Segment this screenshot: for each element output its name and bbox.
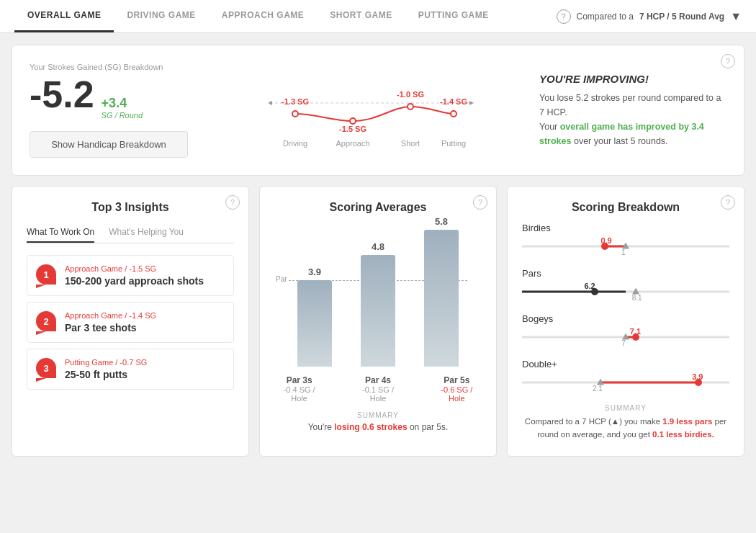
bar-par3s-value: 3.9 bbox=[308, 266, 321, 277]
insight-content-2: Approach Game / -1.4 SG Par 3 tee shots bbox=[65, 311, 156, 333]
main-content: ? Your Strokes Gained (SG) Breakdown -5.… bbox=[0, 33, 756, 468]
svg-text:Short: Short bbox=[401, 139, 420, 148]
improving-text-2-prefix: Your bbox=[539, 122, 560, 132]
breakdown-row-double: Double+ 3.9 2.1 bbox=[522, 359, 729, 393]
bar-par3s: 3.9 bbox=[297, 266, 332, 367]
svg-text:-1.3 SG: -1.3 SG bbox=[282, 97, 309, 106]
insights-help-icon[interactable]: ? bbox=[225, 195, 240, 210]
top-card-right: YOU'RE IMPROVING! You lose 5.2 strokes p… bbox=[525, 73, 726, 148]
insight-category-1: Approach Game / -1.5 SG bbox=[65, 264, 204, 273]
bar-par5s: 5.8 bbox=[424, 216, 459, 367]
double-player-val: 3.9 bbox=[692, 372, 703, 381]
top-card-left: Your Strokes Gained (SG) Breakdown -5.2 … bbox=[30, 63, 217, 158]
sg-label: Your Strokes Gained (SG) Breakdown bbox=[30, 63, 217, 71]
bar-par5s-label: Par 5s bbox=[432, 375, 482, 385]
insights-title: Top 3 Insights bbox=[27, 201, 234, 214]
tab-short-game[interactable]: SHORT GAME bbox=[317, 0, 405, 32]
bar-par4s-label: Par 4s bbox=[353, 375, 402, 385]
sg-change-label: SG / Round bbox=[102, 111, 143, 120]
insight-item-1: 1 Approach Game / -1.5 SG 150-200 yard a… bbox=[27, 255, 234, 296]
tab-driving-game[interactable]: DRIVING GAME bbox=[114, 0, 208, 32]
insight-item-3: 3 Putting Game / -0.7 SG 25-50 ft putts bbox=[27, 349, 234, 390]
nav-help-icon[interactable]: ? bbox=[557, 9, 571, 24]
bogeys-hcp-val: 7 bbox=[621, 339, 626, 347]
bar-par4s-rect bbox=[361, 255, 395, 367]
scoring-summary-label: SUMMARY bbox=[274, 411, 482, 419]
insight-item-2: 2 Approach Game / -1.4 SG Par 3 tee shot… bbox=[27, 302, 234, 343]
double-hcp-val: 2.1 bbox=[593, 385, 603, 393]
insight-category-3: Putting Game / -0.7 SG bbox=[65, 358, 147, 367]
birdies-hcp-val: 1 bbox=[621, 248, 626, 256]
insight-content-3: Putting Game / -0.7 SG 25-50 ft putts bbox=[65, 358, 147, 380]
bar-par3s-sg: -0.4 SG / Hole bbox=[274, 385, 324, 403]
bottom-row: ? Top 3 Insights What To Work On What's … bbox=[12, 186, 744, 457]
hcp-label: 7 HCP / 5 Round Avg bbox=[639, 12, 724, 22]
insight-content-1: Approach Game / -1.5 SG 150-200 yard app… bbox=[65, 264, 204, 287]
bar-par5s-sg: -0.6 SG / Hole bbox=[432, 385, 482, 403]
tab-approach-game[interactable]: APPROACH GAME bbox=[209, 0, 318, 32]
rank-badge-1: 1 bbox=[36, 264, 56, 285]
bar-par3s-label: Par 3s bbox=[274, 375, 324, 385]
svg-text:Putting: Putting bbox=[441, 139, 466, 148]
breakdown-label-double: Double+ bbox=[522, 359, 729, 369]
breakdown-help-icon[interactable]: ? bbox=[721, 195, 735, 210]
bar-par5s-rect bbox=[424, 230, 459, 367]
scoring-breakdown-card: ? Scoring Breakdown Birdies 0.9 1 bbox=[507, 186, 744, 457]
nav-tabs: OVERALL GAME DRIVING GAME APPROACH GAME … bbox=[14, 0, 557, 32]
breakdown-label-birdies: Birdies bbox=[522, 223, 729, 233]
rank-badge-3: 3 bbox=[36, 358, 56, 378]
breakdown-row-pars: Pars 6.2 8.1 bbox=[522, 268, 729, 302]
svg-text:-1.5 SG: -1.5 SG bbox=[339, 125, 366, 133]
scoring-help-icon[interactable]: ? bbox=[473, 195, 487, 210]
top-card-chart: -1.3 SG -1.5 SG -1.0 SG -1.4 SG Driving … bbox=[217, 60, 525, 161]
improving-text-2-suffix: over your last 5 rounds. bbox=[571, 136, 667, 146]
breakdown-row-birdies: Birdies 0.9 1 bbox=[522, 223, 729, 256]
bar-par3s-rect bbox=[297, 280, 332, 367]
par-label: Par bbox=[276, 275, 287, 283]
improving-text: You lose 5.2 strokes per round compared … bbox=[539, 91, 726, 148]
breakdown-label-pars: Pars bbox=[522, 268, 729, 279]
pars-player-val: 6.2 bbox=[584, 282, 595, 290]
breakdown-summary-text: Compared to a 7 HCP (▲) you make 1.9 les… bbox=[522, 415, 729, 442]
breakdown-summary-label: SUMMARY bbox=[522, 404, 729, 412]
svg-point-4 bbox=[451, 111, 456, 117]
rank-badge-2: 2 bbox=[36, 311, 56, 331]
top-card: ? Your Strokes Gained (SG) Breakdown -5.… bbox=[12, 45, 744, 176]
svg-text:-1.0 SG: -1.0 SG bbox=[397, 90, 424, 99]
sg-line-chart: -1.3 SG -1.5 SG -1.0 SG -1.4 SG Driving … bbox=[259, 60, 482, 161]
svg-point-1 bbox=[292, 111, 298, 117]
scoring-summary-red: losing 0.6 strokes bbox=[334, 422, 407, 432]
svg-point-3 bbox=[408, 104, 413, 109]
bar-par4s-sg: -0.1 SG / Hole bbox=[353, 385, 402, 403]
tab-overall-game[interactable]: OVERALL GAME bbox=[14, 0, 114, 32]
comparison-label: Compared to a bbox=[577, 12, 634, 22]
svg-text:Approach: Approach bbox=[336, 139, 369, 148]
improving-title: YOU'RE IMPROVING! bbox=[539, 73, 726, 85]
nav-right: ? Compared to a 7 HCP / 5 Round Avg ▼ bbox=[557, 9, 742, 24]
insights-card: ? Top 3 Insights What To Work On What's … bbox=[12, 186, 249, 457]
insight-description-3: 25-50 ft putts bbox=[65, 369, 147, 380]
breakdown-red-2: 0.1 less birdies. bbox=[652, 430, 714, 439]
insight-category-2: Approach Game / -1.4 SG bbox=[65, 311, 156, 320]
breakdown-red-1: 1.9 less pars bbox=[662, 417, 712, 426]
sg-value: -5.2 bbox=[30, 76, 94, 113]
sg-change: +3.4 SG / Round bbox=[102, 96, 143, 120]
sg-main: -5.2 +3.4 SG / Round bbox=[30, 76, 217, 120]
insights-tabs: What To Work On What's Helping You bbox=[27, 223, 234, 243]
bogeys-player-val: 7.1 bbox=[630, 327, 641, 336]
breakdown-label-bogeys: Bogeys bbox=[522, 313, 729, 324]
scoring-breakdown-title: Scoring Breakdown bbox=[522, 201, 729, 214]
birdies-player-val: 0.9 bbox=[600, 236, 611, 245]
svg-text:-1.4 SG: -1.4 SG bbox=[440, 97, 467, 106]
insight-description-2: Par 3 tee shots bbox=[65, 322, 156, 333]
filter-icon[interactable]: ▼ bbox=[730, 10, 742, 23]
pars-hcp-val: 8.1 bbox=[632, 294, 642, 302]
bar-par4s: 4.8 bbox=[361, 241, 395, 367]
scoring-averages-title: Scoring Averages bbox=[274, 201, 482, 214]
tab-whats-helping-you[interactable]: What's Helping You bbox=[109, 223, 184, 243]
show-breakdown-button[interactable]: Show Handicap Breakdown bbox=[30, 131, 188, 158]
top-card-help-icon[interactable]: ? bbox=[721, 54, 735, 68]
tab-putting-game[interactable]: PUTTING GAME bbox=[405, 0, 502, 32]
breakdown-row-bogeys: Bogeys 7.1 7 bbox=[522, 313, 729, 347]
tab-what-to-work-on[interactable]: What To Work On bbox=[27, 223, 94, 243]
